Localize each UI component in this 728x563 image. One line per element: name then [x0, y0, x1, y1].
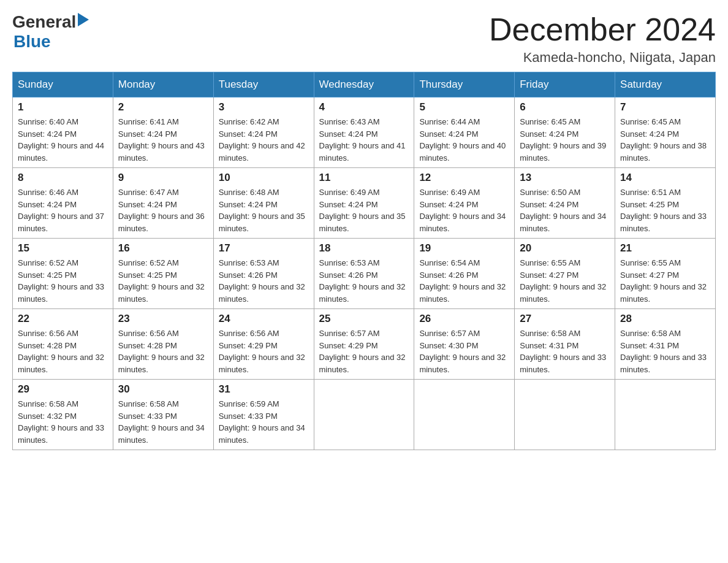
- table-row: 22 Sunrise: 6:56 AM Sunset: 4:28 PM Dayl…: [13, 309, 113, 380]
- sunset-label: Sunset: 4:32 PM: [18, 412, 77, 421]
- day-number: 15: [18, 242, 108, 255]
- daylight-label: Daylight: 9 hours and 44 minutes.: [18, 141, 104, 163]
- table-row: 18 Sunrise: 6:53 AM Sunset: 4:26 PM Dayl…: [314, 239, 414, 309]
- table-row: [314, 380, 414, 450]
- table-row: 20 Sunrise: 6:55 AM Sunset: 4:27 PM Dayl…: [515, 239, 615, 309]
- day-info: Sunrise: 6:52 AM Sunset: 4:25 PM Dayligh…: [18, 257, 108, 305]
- table-row: 12 Sunrise: 6:49 AM Sunset: 4:24 PM Dayl…: [414, 168, 515, 239]
- table-row: 7 Sunrise: 6:45 AM Sunset: 4:24 PM Dayli…: [615, 98, 716, 168]
- sunrise-label: Sunrise: 6:58 AM: [118, 399, 179, 408]
- table-row: 23 Sunrise: 6:56 AM Sunset: 4:28 PM Dayl…: [113, 309, 213, 380]
- table-row: 14 Sunrise: 6:51 AM Sunset: 4:25 PM Dayl…: [615, 168, 716, 239]
- sunrise-label: Sunrise: 6:41 AM: [118, 117, 179, 126]
- day-info: Sunrise: 6:53 AM Sunset: 4:26 PM Dayligh…: [319, 257, 409, 305]
- sunset-label: Sunset: 4:24 PM: [219, 200, 278, 209]
- day-number: 3: [219, 101, 309, 113]
- daylight-label: Daylight: 9 hours and 32 minutes.: [419, 353, 506, 374]
- sunset-label: Sunset: 4:24 PM: [520, 129, 578, 139]
- page-header: General Blue December 2024 Kameda-honcho…: [12, 12, 716, 66]
- daylight-label: Daylight: 9 hours and 32 minutes.: [219, 282, 305, 304]
- sunrise-label: Sunrise: 6:51 AM: [620, 188, 681, 197]
- table-row: 2 Sunrise: 6:41 AM Sunset: 4:24 PM Dayli…: [113, 98, 213, 168]
- day-number: 23: [118, 313, 208, 325]
- sunrise-label: Sunrise: 6:59 AM: [219, 399, 279, 408]
- day-number: 9: [118, 172, 208, 184]
- sunrise-label: Sunrise: 6:55 AM: [620, 258, 681, 267]
- day-number: 28: [620, 313, 710, 325]
- sunset-label: Sunset: 4:31 PM: [520, 341, 578, 350]
- daylight-label: Daylight: 9 hours and 41 minutes.: [319, 141, 406, 163]
- sunrise-label: Sunrise: 6:49 AM: [419, 188, 480, 197]
- sunrise-label: Sunrise: 6:58 AM: [620, 329, 681, 338]
- sunset-label: Sunset: 4:29 PM: [219, 341, 278, 350]
- day-info: Sunrise: 6:52 AM Sunset: 4:25 PM Dayligh…: [118, 257, 208, 305]
- day-number: 13: [520, 172, 610, 184]
- daylight-label: Daylight: 9 hours and 32 minutes.: [18, 353, 104, 374]
- daylight-label: Daylight: 9 hours and 34 minutes.: [118, 423, 205, 445]
- day-number: 26: [419, 313, 509, 325]
- calendar-header: Sunday Monday Tuesday Wednesday Thursday…: [13, 72, 716, 98]
- daylight-label: Daylight: 9 hours and 33 minutes.: [620, 353, 707, 374]
- day-info: Sunrise: 6:45 AM Sunset: 4:24 PM Dayligh…: [620, 116, 710, 164]
- sunset-label: Sunset: 4:33 PM: [118, 412, 177, 421]
- table-row: 29 Sunrise: 6:58 AM Sunset: 4:32 PM Dayl…: [13, 380, 113, 450]
- daylight-label: Daylight: 9 hours and 37 minutes.: [18, 212, 104, 233]
- table-row: 19 Sunrise: 6:54 AM Sunset: 4:26 PM Dayl…: [414, 239, 515, 309]
- sunrise-label: Sunrise: 6:56 AM: [118, 329, 179, 338]
- table-row: [414, 380, 515, 450]
- sunset-label: Sunset: 4:24 PM: [18, 129, 77, 139]
- sunset-label: Sunset: 4:30 PM: [419, 341, 478, 350]
- day-info: Sunrise: 6:55 AM Sunset: 4:27 PM Dayligh…: [620, 257, 710, 305]
- day-number: 10: [219, 172, 309, 184]
- day-info: Sunrise: 6:53 AM Sunset: 4:26 PM Dayligh…: [219, 257, 309, 305]
- sunset-label: Sunset: 4:24 PM: [520, 200, 578, 209]
- day-info: Sunrise: 6:51 AM Sunset: 4:25 PM Dayligh…: [620, 186, 710, 234]
- table-row: 27 Sunrise: 6:58 AM Sunset: 4:31 PM Dayl…: [515, 309, 615, 380]
- calendar-week-4: 22 Sunrise: 6:56 AM Sunset: 4:28 PM Dayl…: [13, 309, 716, 380]
- sunrise-label: Sunrise: 6:48 AM: [219, 188, 279, 197]
- daylight-label: Daylight: 9 hours and 32 minutes.: [419, 282, 506, 304]
- daylight-label: Daylight: 9 hours and 34 minutes.: [520, 212, 606, 233]
- day-number: 20: [520, 242, 610, 255]
- table-row: 3 Sunrise: 6:42 AM Sunset: 4:24 PM Dayli…: [213, 98, 314, 168]
- header-friday: Friday: [515, 72, 615, 98]
- logo: General Blue: [12, 12, 89, 52]
- table-row: 30 Sunrise: 6:58 AM Sunset: 4:33 PM Dayl…: [113, 380, 213, 450]
- daylight-label: Daylight: 9 hours and 32 minutes.: [219, 353, 305, 374]
- header-monday: Monday: [113, 72, 213, 98]
- table-row: 21 Sunrise: 6:55 AM Sunset: 4:27 PM Dayl…: [615, 239, 716, 309]
- day-info: Sunrise: 6:57 AM Sunset: 4:29 PM Dayligh…: [319, 327, 409, 375]
- sunset-label: Sunset: 4:26 PM: [419, 270, 478, 280]
- table-row: 31 Sunrise: 6:59 AM Sunset: 4:33 PM Dayl…: [213, 380, 314, 450]
- day-info: Sunrise: 6:49 AM Sunset: 4:24 PM Dayligh…: [319, 186, 409, 234]
- day-number: 4: [319, 101, 409, 113]
- sunrise-label: Sunrise: 6:40 AM: [18, 117, 78, 126]
- month-title: December 2024: [489, 12, 716, 47]
- sunset-label: Sunset: 4:24 PM: [219, 129, 278, 139]
- daylight-label: Daylight: 9 hours and 32 minutes.: [620, 282, 707, 304]
- table-row: 15 Sunrise: 6:52 AM Sunset: 4:25 PM Dayl…: [13, 239, 113, 309]
- table-row: 6 Sunrise: 6:45 AM Sunset: 4:24 PM Dayli…: [515, 98, 615, 168]
- sunrise-label: Sunrise: 6:58 AM: [520, 329, 580, 338]
- day-info: Sunrise: 6:54 AM Sunset: 4:26 PM Dayligh…: [419, 257, 509, 305]
- sunrise-label: Sunrise: 6:49 AM: [319, 188, 380, 197]
- day-info: Sunrise: 6:58 AM Sunset: 4:31 PM Dayligh…: [620, 327, 710, 375]
- table-row: 13 Sunrise: 6:50 AM Sunset: 4:24 PM Dayl…: [515, 168, 615, 239]
- day-info: Sunrise: 6:56 AM Sunset: 4:28 PM Dayligh…: [18, 327, 108, 375]
- sunrise-label: Sunrise: 6:53 AM: [319, 258, 380, 267]
- day-info: Sunrise: 6:50 AM Sunset: 4:24 PM Dayligh…: [520, 186, 610, 234]
- title-block: December 2024 Kameda-honcho, Niigata, Ja…: [489, 12, 716, 66]
- sunset-label: Sunset: 4:24 PM: [419, 200, 478, 209]
- calendar-week-3: 15 Sunrise: 6:52 AM Sunset: 4:25 PM Dayl…: [13, 239, 716, 309]
- sunset-label: Sunset: 4:24 PM: [18, 200, 77, 209]
- daylight-label: Daylight: 9 hours and 36 minutes.: [118, 212, 205, 233]
- sunrise-label: Sunrise: 6:45 AM: [620, 117, 681, 126]
- daylight-label: Daylight: 9 hours and 38 minutes.: [620, 141, 707, 163]
- sunrise-label: Sunrise: 6:52 AM: [18, 258, 78, 267]
- day-info: Sunrise: 6:55 AM Sunset: 4:27 PM Dayligh…: [520, 257, 610, 305]
- day-number: 31: [219, 383, 309, 396]
- day-number: 14: [620, 172, 710, 184]
- table-row: [615, 380, 716, 450]
- sunset-label: Sunset: 4:26 PM: [319, 270, 378, 280]
- daylight-label: Daylight: 9 hours and 42 minutes.: [219, 141, 305, 163]
